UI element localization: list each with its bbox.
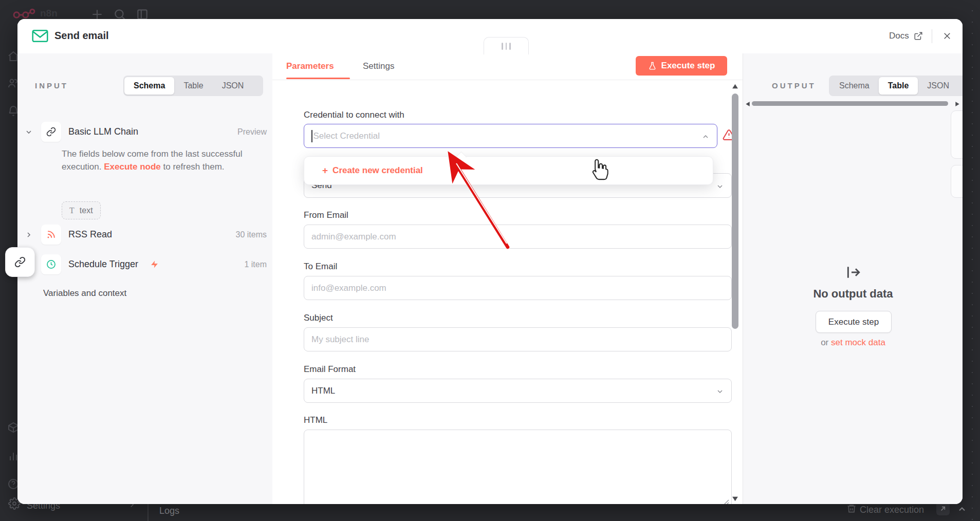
node-title[interactable]: Send email: [54, 30, 109, 42]
scroll-up-arrow[interactable]: [732, 83, 738, 89]
flask-icon: [648, 62, 657, 70]
help-icon[interactable]: [7, 478, 17, 490]
output-tab-table[interactable]: Table: [879, 77, 918, 95]
no-output-title: No output data: [771, 287, 935, 301]
from-email-label: From Email: [304, 210, 348, 220]
execute-step-label: Execute step: [661, 61, 715, 71]
clock-icon: [46, 259, 56, 269]
input-panel: INPUT Schema Table JSON Basic LLM Chain …: [17, 53, 273, 504]
execute-step-button[interactable]: Execute step: [636, 56, 727, 76]
email-format-label: Email Format: [304, 364, 356, 375]
horizontal-scrollbar-thumb[interactable]: [752, 101, 948, 106]
layout-icon[interactable]: [136, 7, 149, 19]
input-tab-schema[interactable]: Schema: [124, 77, 174, 95]
link-icon: [46, 127, 56, 137]
tab-settings[interactable]: Settings: [363, 61, 394, 71]
input-tab-json[interactable]: JSON: [213, 77, 253, 95]
refresh-notice: The fields below come from the last succ…: [62, 147, 268, 173]
home-icon[interactable]: [7, 50, 17, 63]
to-email-input[interactable]: [304, 276, 732, 300]
input-node-name[interactable]: Basic LLM Chain: [68, 126, 138, 137]
app-logo-text: n8n: [40, 8, 58, 19]
chevron-up-icon[interactable]: [957, 504, 967, 514]
create-credential-option[interactable]: + Create new credential: [304, 157, 713, 184]
bell-icon[interactable]: [7, 105, 17, 117]
clear-execution-button[interactable]: Clear execution: [860, 505, 924, 515]
node-icon-box: [41, 254, 61, 274]
type-text-icon: T: [69, 206, 75, 215]
credential-label: Credential to connect with: [304, 110, 404, 120]
output-view-tabs: Schema Table JSON: [829, 76, 963, 96]
node-details-modal: Send email Docs INPUT Schema Table JSON …: [17, 19, 963, 504]
credential-dropdown: + Create new credential: [304, 156, 713, 185]
plus-icon: +: [322, 165, 328, 176]
email-format-select[interactable]: HTML: [304, 379, 732, 403]
table-cell-partial: [951, 165, 963, 198]
variables-panel-button[interactable]: [5, 247, 35, 277]
email-node-icon: [32, 29, 48, 43]
credential-select[interactable]: Select Credential: [304, 124, 717, 148]
scroll-left-arrow[interactable]: [745, 101, 750, 107]
set-mock-data-link[interactable]: set mock data: [831, 338, 885, 347]
chevron-down-icon: [716, 182, 724, 191]
node-icon-box: [41, 122, 61, 142]
link-icon: [14, 256, 26, 268]
text-caret: [311, 130, 312, 142]
scroll-down-arrow[interactable]: [732, 496, 738, 502]
scroll-right-arrow[interactable]: [955, 101, 960, 107]
panel-drag-handle[interactable]: [484, 37, 529, 54]
output-tab-schema[interactable]: Schema: [830, 77, 879, 95]
or-text: or: [821, 338, 828, 347]
table-cell-partial: [951, 110, 963, 159]
output-execute-step-label: Execute step: [828, 317, 879, 327]
chevron-up-icon[interactable]: [701, 133, 710, 141]
output-execute-step-button[interactable]: Execute step: [816, 311, 892, 333]
output-arrow-icon: [845, 264, 862, 281]
resize-handle-icon[interactable]: [723, 499, 729, 504]
input-view-tabs: Schema Table JSON: [123, 76, 263, 96]
tab-parameters[interactable]: Parameters: [286, 61, 334, 71]
chevron-right-icon[interactable]: [25, 231, 33, 239]
from-email-input[interactable]: [304, 225, 732, 249]
params-panel: Parameters Settings Execute step Credent…: [272, 53, 743, 504]
input-tab-table[interactable]: Table: [174, 77, 212, 95]
subject-label: Subject: [304, 313, 333, 323]
input-node-meta: 30 items: [192, 230, 267, 239]
input-heading: INPUT: [35, 81, 68, 90]
html-label: HTML: [304, 415, 327, 425]
vertical-scrollbar-thumb[interactable]: [732, 94, 738, 329]
output-heading: OUTPUT: [772, 81, 816, 90]
docs-link[interactable]: Docs: [889, 31, 909, 41]
execute-node-link[interactable]: Execute node: [104, 162, 161, 172]
field-pill-label: text: [80, 206, 93, 215]
html-textarea[interactable]: [304, 430, 732, 504]
bolt-icon: [150, 260, 159, 269]
search-icon[interactable]: [113, 7, 126, 19]
variables-context-link[interactable]: Variables and context: [43, 288, 126, 299]
node-icon-box: [41, 225, 61, 245]
output-panel: OUTPUT Schema Table JSON No output data …: [743, 53, 963, 504]
notice-text-post: to refresh them.: [161, 162, 225, 172]
app-topbar: n8n: [0, 0, 980, 19]
external-link-icon[interactable]: [914, 31, 923, 41]
chart-icon[interactable]: [7, 450, 17, 462]
output-tab-json[interactable]: JSON: [918, 77, 958, 95]
add-icon[interactable]: [90, 7, 104, 19]
close-icon[interactable]: [942, 31, 952, 41]
chevron-down-icon[interactable]: [25, 128, 33, 136]
rss-icon: [46, 230, 56, 239]
canvas-dot-grid: [963, 0, 980, 521]
input-node-name[interactable]: RSS Read: [68, 229, 112, 240]
bottom-divider: [147, 504, 149, 521]
logs-tab[interactable]: Logs: [159, 506, 179, 516]
input-node-meta: Preview: [192, 127, 267, 137]
cube-icon[interactable]: [7, 421, 17, 434]
create-credential-label: Create new credential: [332, 165, 423, 176]
schema-field-pill[interactable]: T text: [62, 201, 101, 219]
input-node-name[interactable]: Schedule Trigger: [68, 259, 138, 270]
subject-input[interactable]: [304, 327, 732, 351]
users-icon[interactable]: [7, 77, 17, 89]
mock-data-line: or set mock data: [771, 338, 935, 348]
email-format-value: HTML: [311, 386, 335, 396]
input-node-meta: 1 item: [192, 260, 267, 269]
